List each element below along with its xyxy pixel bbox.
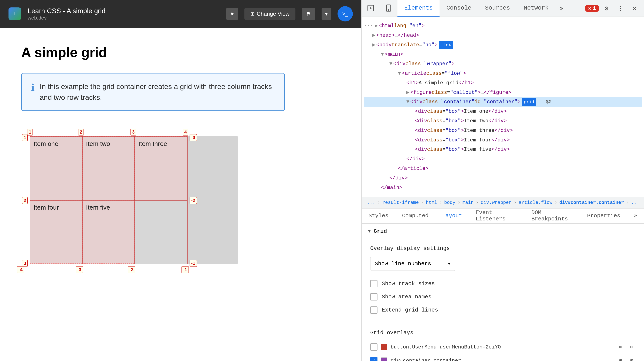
- devtools-actions: ✕ 1 ⚙ ⋮ ✕: [585, 0, 644, 16]
- devtools-device-icon[interactable]: [380, 0, 398, 16]
- layout-panel: ▼ Grid Overlay display settings Show lin…: [362, 224, 644, 361]
- overlay-row-2: ✓ div#container.container ⊞ ⊡: [370, 354, 636, 361]
- breadcrumb-result-iframe[interactable]: result-iframe: [381, 199, 420, 206]
- devtools-inspect-icon[interactable]: [362, 0, 380, 16]
- row-label-1: 1: [22, 134, 28, 141]
- info-text: In this example the grid container creat…: [40, 81, 275, 103]
- breadcrumb-div-wrapper[interactable]: div.wrapper: [479, 199, 513, 206]
- grid-item-5: Item five: [82, 200, 135, 264]
- tab-event-listeners[interactable]: Event Listeners: [469, 209, 524, 223]
- dom-html[interactable]: ··· ▶ <html lang="en" >: [364, 21, 642, 31]
- neg-col-label-1: -1: [182, 266, 189, 273]
- dom-close-article[interactable]: </article>: [364, 164, 642, 173]
- page-title: A simple grid: [21, 44, 340, 60]
- tab-layout[interactable]: Layout: [435, 209, 469, 223]
- dom-close-div[interactable]: </div>: [364, 154, 642, 164]
- dom-close-wrapper[interactable]: </div>: [364, 173, 642, 183]
- overlay-icon-select-1[interactable]: ⊡: [628, 343, 636, 351]
- extend-grid-lines-label: Extend grid lines: [382, 307, 438, 313]
- col-label-1: 1: [27, 129, 33, 135]
- change-view-button[interactable]: ⊞ Change View: [244, 8, 296, 20]
- site-title: Learn CSS - A simple grid: [28, 7, 106, 15]
- neg-col-label-2: -2: [128, 266, 135, 273]
- dom-article[interactable]: ▼ <article class="flow" >: [364, 69, 642, 78]
- page-content: A simple grid ℹ In this example the grid…: [0, 27, 361, 361]
- dom-main[interactable]: ▼ <main>: [364, 50, 642, 59]
- dom-tree: ··· ▶ <html lang="en" > ▶ <head>…</head>…: [362, 17, 644, 197]
- neg-col-label-4: -4: [17, 266, 24, 273]
- overlay-checkbox-2[interactable]: ✓: [370, 357, 378, 361]
- tab-network[interactable]: Network: [517, 0, 556, 16]
- tab-sources[interactable]: Sources: [478, 0, 517, 16]
- grid-overlays-title: Grid overlays: [370, 330, 636, 336]
- overlay-checkbox-1[interactable]: [370, 343, 378, 351]
- overlay-color-1[interactable]: [381, 344, 387, 350]
- dom-box-1[interactable]: <div class="box" >Item one</div>: [364, 107, 642, 116]
- grid-item-6: [134, 200, 187, 264]
- bookmark-button[interactable]: ⚑: [302, 8, 315, 20]
- overlay-settings-title: Overlay display settings: [370, 245, 636, 252]
- show-track-sizes-row[interactable]: Show track sizes: [370, 277, 636, 290]
- breadcrumb-more[interactable]: ...: [365, 199, 377, 206]
- breadcrumb-html[interactable]: html: [424, 199, 439, 206]
- breadcrumb: ... › result-iframe › html › body › main…: [362, 197, 644, 209]
- overlay-color-2[interactable]: [381, 358, 387, 361]
- tab-dom-breakpoints[interactable]: DOM Breakpoints: [524, 209, 580, 223]
- dom-head[interactable]: ▶ <head>…</head>: [364, 31, 642, 40]
- tab-computed[interactable]: Computed: [395, 209, 436, 223]
- terminal-button[interactable]: >_: [338, 6, 353, 21]
- more-options-icon[interactable]: ⋮: [614, 4, 627, 12]
- tab-elements[interactable]: Elements: [398, 0, 440, 16]
- overlay-label-2: div#container.container: [391, 358, 614, 361]
- tab-properties[interactable]: Properties: [580, 209, 627, 223]
- dom-close-main[interactable]: </main>: [364, 183, 642, 193]
- dom-figure[interactable]: ▶ <figure class="callout" >…</figure>: [364, 88, 642, 97]
- dom-container[interactable]: ▼ <div class="container" id="container" …: [364, 97, 642, 107]
- dom-body[interactable]: ▶ <body translate="no" > flex: [364, 40, 642, 50]
- devtools-more-tabs[interactable]: »: [555, 0, 568, 16]
- grid-section-header[interactable]: ▼ Grid: [362, 224, 644, 239]
- extend-grid-lines-checkbox[interactable]: [370, 307, 378, 314]
- col-label-4: 4: [183, 129, 188, 135]
- overlay-icon-grid-2[interactable]: ⊞: [617, 357, 624, 361]
- tab-styles[interactable]: Styles: [362, 209, 395, 223]
- breadcrumb-body[interactable]: body: [442, 199, 457, 206]
- grid-overlays-section: Grid overlays button.UserMenu_userMenuBu…: [362, 323, 644, 361]
- change-view-label: Change View: [257, 10, 290, 17]
- tab-more[interactable]: »: [627, 209, 644, 223]
- dom-box-4[interactable]: <div class="box" >Item four</div>: [364, 135, 642, 145]
- show-area-names-checkbox[interactable]: [370, 293, 378, 301]
- breadcrumb-container[interactable]: div#container.container: [558, 199, 626, 206]
- show-track-sizes-checkbox[interactable]: [370, 280, 378, 287]
- dropdown-chevron-icon: ▾: [448, 260, 451, 267]
- grid-chevron-icon: ▼: [368, 229, 371, 234]
- site-icon: L: [8, 7, 21, 20]
- svg-point-2: [388, 9, 389, 10]
- dom-wrapper[interactable]: ▼ <div class="wrapper" >: [364, 59, 642, 69]
- line-numbers-dropdown[interactable]: Show line numbers ▾: [370, 257, 455, 271]
- tab-console[interactable]: Console: [440, 0, 478, 16]
- overlay-label-1: button.UserMenu_userMenuButton-2eiYO: [391, 344, 614, 350]
- site-url: web.dev: [28, 15, 106, 21]
- overlay-icon-grid-1[interactable]: ⊞: [617, 343, 624, 351]
- show-area-names-row[interactable]: Show area names: [370, 290, 636, 304]
- dom-box-2[interactable]: <div class="box" >Item two</div>: [364, 116, 642, 126]
- close-icon[interactable]: ✕: [629, 4, 640, 12]
- sub-tabs: Styles Computed Layout Event Listeners D…: [362, 209, 644, 224]
- error-badge[interactable]: ✕ 1: [585, 5, 599, 12]
- breadcrumb-main[interactable]: main: [461, 199, 476, 206]
- neg-col-label-3: -3: [76, 266, 83, 273]
- dom-h1[interactable]: <h1>A simple grid</h1>: [364, 78, 642, 88]
- dropdown-value: Show line numbers: [375, 261, 431, 267]
- col-label-3: 3: [130, 129, 136, 135]
- overlay-icon-select-2[interactable]: ⊡: [628, 357, 636, 361]
- settings-icon[interactable]: ⚙: [601, 4, 612, 12]
- dom-box-3[interactable]: <div class="box" >Item three</div>: [364, 126, 642, 135]
- extend-grid-lines-row[interactable]: Extend grid lines: [370, 304, 636, 317]
- breadcrumb-article-flow[interactable]: article.flow: [517, 199, 554, 206]
- breadcrumb-end[interactable]: ...: [629, 199, 641, 206]
- dom-box-5[interactable]: <div class="box" >Item five</div>: [364, 145, 642, 154]
- heart-button[interactable]: ♥: [226, 8, 238, 20]
- dropdown-button[interactable]: ▾: [322, 8, 331, 20]
- devtools-panel: Elements Console Sources Network » ✕ 1 ⚙…: [361, 0, 644, 361]
